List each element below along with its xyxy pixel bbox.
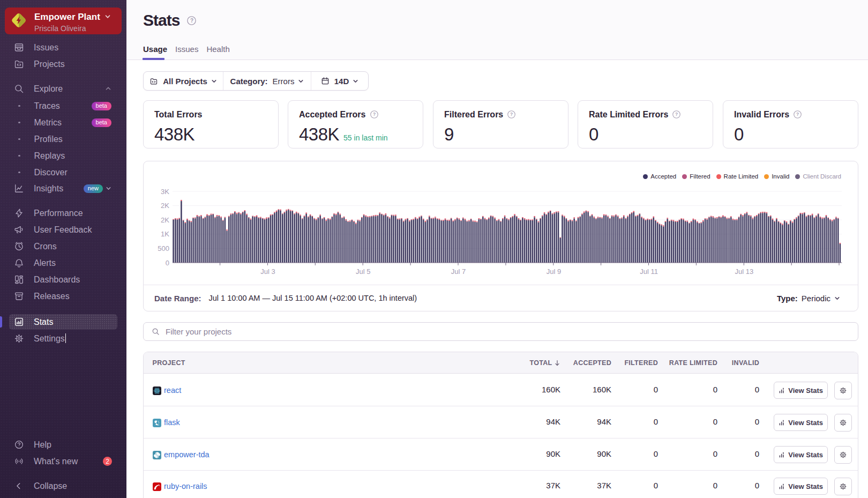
svg-text:500: 500 <box>158 244 169 252</box>
svg-text:Jul 3: Jul 3 <box>260 267 275 276</box>
svg-text:Jul 5: Jul 5 <box>356 267 370 276</box>
svg-text:1K: 1K <box>161 230 169 238</box>
svg-text:3K: 3K <box>161 188 169 196</box>
svg-text:?: ? <box>510 112 513 117</box>
svg-text:?: ? <box>675 112 678 117</box>
svg-text:2K: 2K <box>161 202 169 210</box>
svg-text:Jul 11: Jul 11 <box>640 267 658 276</box>
svg-text:?: ? <box>796 112 799 117</box>
svg-text:0: 0 <box>166 259 169 267</box>
svg-text:?: ? <box>190 18 193 24</box>
svg-text:Jul 7: Jul 7 <box>451 267 466 276</box>
svg-text:Jul 13: Jul 13 <box>735 267 754 276</box>
svg-text:?: ? <box>372 112 375 117</box>
svg-text:Jul 9: Jul 9 <box>547 267 561 276</box>
svg-text:2K: 2K <box>161 216 169 224</box>
